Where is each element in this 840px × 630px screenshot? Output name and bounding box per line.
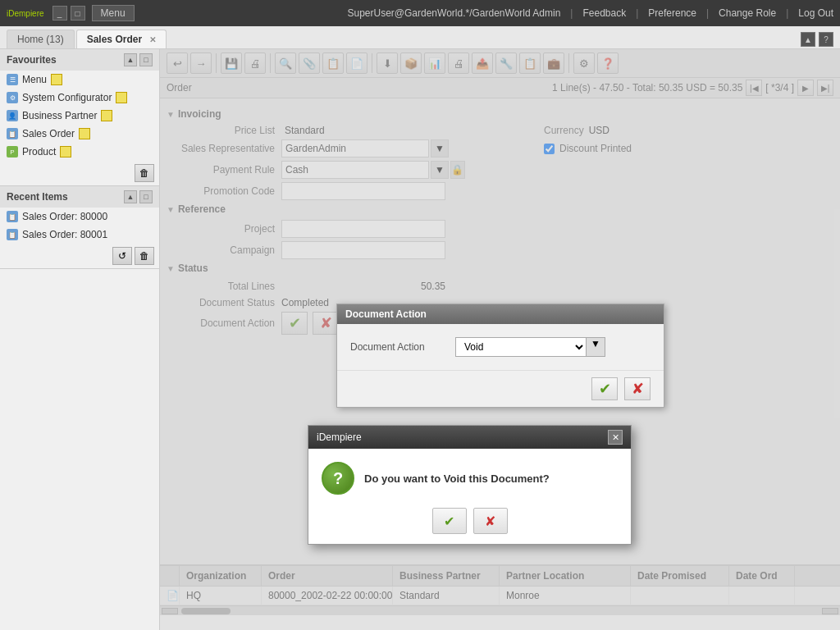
doc-action-dialog-label: Document Action (350, 341, 449, 353)
confirm-close-btn[interactable]: ✕ (608, 430, 623, 445)
confirm-no-btn[interactable]: ✘ (473, 508, 508, 534)
menu-note-icon (51, 74, 62, 85)
sidebar-item-label: Business Partner (22, 110, 97, 121)
recent-item-label-2: Sales Order: 80001 (22, 229, 107, 240)
main-container: Favourites ▲ □ ☰ Menu ⚙ System Configura… (0, 49, 840, 630)
help-btn[interactable]: ? (819, 32, 833, 47)
doc-action-ok-btn[interactable]: ✔ (591, 377, 618, 400)
favourites-controls: ▲ □ (124, 53, 153, 66)
doc-action-dialog-title-bar: Document Action (337, 304, 664, 324)
business-partner-icon: 👤 (7, 110, 18, 121)
product-note-icon (60, 146, 71, 158)
sidebar-item-label: System Configurator (22, 92, 112, 103)
doc-action-select-wrap: Void Complete Close Reverse - Correct Re… (455, 337, 605, 357)
recent-items-label: Recent Items (7, 191, 68, 203)
feedback-link[interactable]: Feedback (582, 7, 626, 19)
system-config-icon: ⚙ (7, 92, 18, 103)
confirm-yes-btn[interactable]: ✔ (432, 508, 467, 534)
doc-action-cancel-dialog-btn[interactable]: ✘ (624, 377, 651, 400)
maximize-btn[interactable]: □ (71, 6, 85, 21)
favourites-label: Favourites (7, 54, 57, 66)
favourites-collapse-btn[interactable]: ▲ (124, 53, 137, 66)
favourites-section: Favourites ▲ □ ☰ Menu ⚙ System Configura… (0, 49, 159, 186)
sidebar-item-label: Sales Order (22, 128, 75, 139)
recent-collapse-btn[interactable]: ▲ (124, 190, 137, 203)
sidebar-item-label: Menu (22, 74, 47, 85)
sales-order-icon: 📋 (7, 128, 18, 139)
doc-action-select[interactable]: Void Complete Close Reverse - Correct Re… (455, 337, 587, 357)
clear-recent-btn[interactable]: 🗑 (135, 247, 154, 265)
recent-item-icon: 📋 (7, 211, 18, 222)
doc-action-select-arrow[interactable]: ▼ (587, 337, 605, 357)
minimize-btn[interactable]: _ (52, 6, 67, 21)
tab-bar: Home (13) Sales Order ✕ ▲ ? (0, 26, 840, 49)
confirm-dialog: iDempiere ✕ ? Do you want to Void this D… (308, 425, 632, 545)
sidebar-item-business-partner[interactable]: 👤 Business Partner (0, 107, 159, 125)
favourites-bottom-btns: 🗑 (0, 161, 159, 185)
recent-item-label: Sales Order: 80000 (22, 211, 107, 222)
sidebar-item-label: Product (22, 146, 56, 158)
collapse-panel-btn[interactable]: ▲ (801, 32, 815, 47)
doc-action-dialog-title: Document Action (345, 308, 427, 320)
window-controls: _ □ (52, 6, 85, 21)
refresh-recent-btn[interactable]: ↺ (112, 247, 132, 265)
doc-action-dialog-row: Document Action Void Complete Close Reve… (350, 337, 651, 357)
sidebar-item-system-configurator[interactable]: ⚙ System Configurator (0, 89, 159, 107)
confirm-title-bar: iDempiere ✕ (308, 426, 631, 449)
recent-items-bottom-btns: ↺ 🗑 (0, 244, 159, 268)
confirm-message: Do you want to Void this Document? (364, 472, 550, 485)
sidebar-item-sales-order[interactable]: 📋 Sales Order (0, 125, 159, 143)
sidebar: Favourites ▲ □ ☰ Menu ⚙ System Configura… (0, 49, 160, 630)
sys-config-note-icon (116, 92, 127, 103)
log-out-link[interactable]: Log Out (798, 7, 833, 19)
content-area: ↩ → 💾 🖨 🔍 📎 📋 📄 ⬇ 📦 📊 🖨 📤 🔧 📋 💼 ⚙ ❓ (160, 49, 840, 630)
confirm-dialog-title: iDempiere (317, 431, 362, 443)
doc-action-dialog-body: Document Action Void Complete Close Reve… (337, 324, 664, 370)
product-icon: P (7, 146, 18, 158)
confirm-question-icon: ? (322, 462, 354, 495)
menu-icon: ☰ (7, 74, 18, 85)
favourites-header: Favourites ▲ □ (0, 49, 159, 71)
recent-items-header: Recent Items ▲ □ (0, 186, 159, 208)
menu-button[interactable]: Menu (92, 5, 135, 21)
tab-sales-order[interactable]: Sales Order ✕ (76, 30, 167, 48)
tab-home[interactable]: Home (13) (7, 30, 75, 48)
user-info: SuperUser@GardenWorld.*/GardenWorld Admi… (347, 7, 560, 19)
sidebar-item-menu[interactable]: ☰ Menu (0, 71, 159, 89)
doc-action-dialog-footer: ✔ ✘ (337, 370, 664, 407)
top-bar-right: SuperUser@GardenWorld.*/GardenWorld Admi… (347, 7, 833, 19)
recent-item-icon-2: 📋 (7, 229, 18, 240)
recent-items-controls: ▲ □ (124, 190, 153, 203)
add-favourite-btn[interactable]: 🗑 (135, 164, 154, 182)
preference-link[interactable]: Preference (648, 7, 696, 19)
so-note-icon (79, 128, 90, 139)
app-logo: iDempiere (7, 9, 44, 18)
sidebar-item-product[interactable]: P Product (0, 143, 159, 161)
top-bar: iDempiere _ □ Menu SuperUser@GardenWorld… (0, 0, 840, 26)
recent-expand-btn[interactable]: □ (139, 190, 153, 203)
confirm-footer: ✔ ✘ (308, 501, 631, 544)
recent-item-80001[interactable]: 📋 Sales Order: 80001 (0, 226, 159, 244)
document-action-dialog: Document Action Document Action Void Com… (336, 304, 664, 408)
confirm-body: ? Do you want to Void this Document? (308, 449, 631, 501)
bp-note-icon (101, 110, 112, 121)
close-tab-icon[interactable]: ✕ (149, 35, 156, 44)
change-role-link[interactable]: Change Role (719, 7, 776, 19)
recent-items-section: Recent Items ▲ □ 📋 Sales Order: 80000 📋 … (0, 186, 159, 269)
recent-item-80000[interactable]: 📋 Sales Order: 80000 (0, 208, 159, 226)
favourites-expand-btn[interactable]: □ (139, 53, 153, 66)
